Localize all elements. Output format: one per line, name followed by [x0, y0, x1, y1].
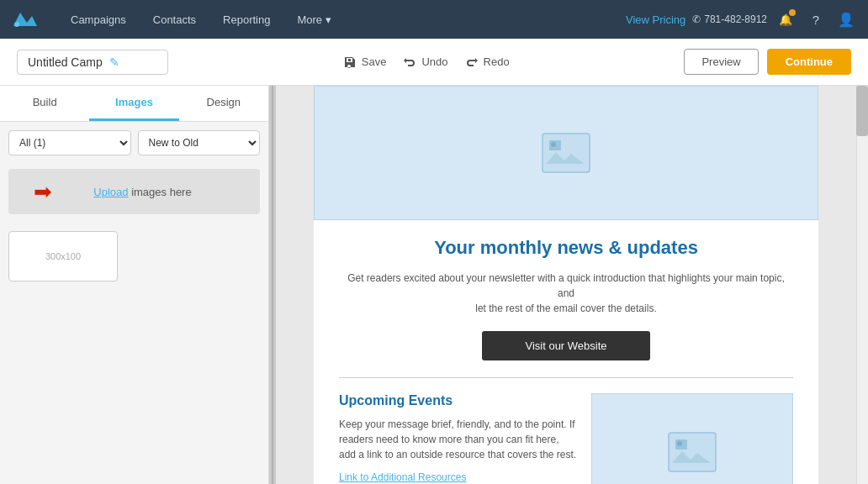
view-pricing-link[interactable]: View Pricing	[626, 13, 685, 26]
continue-button[interactable]: Continue	[767, 49, 851, 75]
panel-divider	[269, 86, 276, 484]
upcoming-body: Keep your message brief, friendly, and t…	[339, 417, 578, 462]
campaign-title-box[interactable]: Untitled Camp ✎	[17, 50, 168, 75]
email-body: Your monthly news & updates Get readers …	[314, 220, 818, 484]
nav-right: View Pricing ✆ 781-482-8912 🔔 ? 👤	[626, 8, 858, 31]
filter-row: All (1) New to Old	[0, 122, 268, 164]
tab-design[interactable]: Design	[179, 86, 268, 121]
nav-contacts[interactable]: Contacts	[140, 0, 209, 39]
upcoming-image-placeholder[interactable]	[591, 393, 793, 484]
svg-point-3	[551, 142, 556, 147]
email-intro: Get readers excited about your newslette…	[339, 271, 793, 316]
phone-number: ✆ 781-482-8912	[692, 13, 767, 25]
email-canvas-area: Your monthly news & updates Get readers …	[276, 86, 856, 484]
logo[interactable]	[10, 6, 44, 33]
additional-resources-link[interactable]: Link to Additional Resources	[339, 471, 466, 483]
image-size-label: 300x100	[45, 251, 81, 261]
account-button[interactable]: 👤	[834, 8, 858, 31]
toolbar: Untitled Camp ✎ Save Undo Redo Preview C…	[0, 39, 868, 86]
tab-build[interactable]: Build	[0, 86, 89, 121]
save-button[interactable]: Save	[343, 55, 387, 69]
upload-arrow-icon: ➡	[34, 179, 52, 205]
help-button[interactable]: ?	[804, 8, 828, 31]
section-divider	[339, 377, 793, 378]
scroll-thumb[interactable]	[856, 86, 868, 136]
main-layout: Build Images Design All (1) New to Old ➡…	[0, 86, 868, 484]
preview-button[interactable]: Preview	[684, 49, 758, 75]
nav-campaigns[interactable]: Campaigns	[57, 0, 140, 39]
campaign-title: Untitled Camp	[28, 55, 103, 69]
save-icon	[343, 55, 357, 69]
upcoming-section: Upcoming Events Keep your message brief,…	[339, 393, 793, 484]
upload-text: Upload images here	[93, 186, 191, 198]
notification-badge	[789, 9, 796, 16]
nav-more[interactable]: More ▾	[283, 0, 345, 39]
edit-title-icon[interactable]: ✎	[109, 55, 119, 69]
hero-image-icon	[541, 132, 591, 174]
svg-rect-4	[669, 433, 716, 471]
scrollbar[interactable]	[856, 86, 868, 484]
more-chevron-icon: ▾	[326, 13, 331, 26]
image-size-placeholder: 300x100	[8, 231, 118, 281]
filter-sort-select[interactable]: New to Old	[138, 130, 261, 155]
email-canvas: Your monthly news & updates Get readers …	[314, 86, 818, 484]
user-icon: 👤	[838, 12, 855, 28]
hero-image-placeholder[interactable]	[314, 86, 818, 220]
toolbar-right: Preview Continue	[684, 49, 851, 75]
top-nav: Campaigns Contacts Reporting More ▾ View…	[0, 0, 868, 39]
visit-website-button[interactable]: Visit our Website	[482, 331, 650, 360]
upload-area[interactable]: ➡ Upload images here	[8, 169, 260, 214]
left-tabs: Build Images Design	[0, 86, 268, 122]
nav-links: Campaigns Contacts Reporting More ▾	[57, 0, 626, 39]
left-panel: Build Images Design All (1) New to Old ➡…	[0, 86, 269, 484]
notifications-button[interactable]: 🔔	[774, 8, 797, 31]
upload-link[interactable]: Upload	[93, 186, 128, 198]
question-icon: ?	[812, 13, 819, 27]
phone-icon: ✆	[692, 13, 701, 25]
tab-images[interactable]: Images	[89, 86, 178, 121]
redo-button[interactable]: Redo	[465, 55, 510, 69]
email-headline: Your monthly news & updates	[339, 237, 793, 259]
upcoming-text: Upcoming Events Keep your message brief,…	[339, 393, 578, 483]
nav-reporting[interactable]: Reporting	[209, 0, 283, 39]
upcoming-title: Upcoming Events	[339, 393, 578, 408]
toolbar-center: Save Undo Redo	[182, 55, 670, 69]
undo-button[interactable]: Undo	[403, 55, 447, 69]
redo-icon	[465, 55, 479, 69]
filter-all-select[interactable]: All (1)	[8, 130, 131, 155]
undo-icon	[403, 55, 416, 69]
svg-point-6	[677, 441, 682, 446]
svg-point-0	[14, 22, 19, 27]
svg-rect-1	[542, 134, 590, 172]
